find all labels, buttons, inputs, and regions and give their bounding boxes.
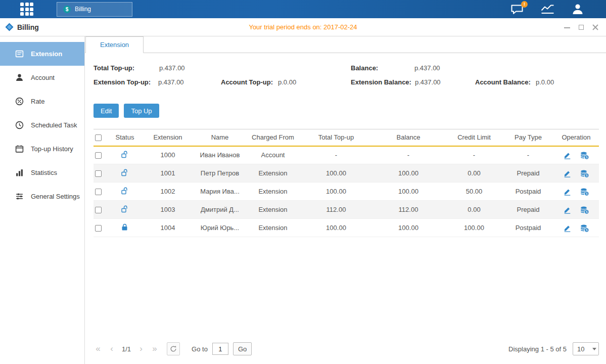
cell-name: Юрий Юрь... <box>195 219 245 237</box>
row-checkbox[interactable] <box>95 189 102 195</box>
cell-extension: 1002 <box>141 183 195 201</box>
table-row[interactable]: 1000 Иван Иванов Account - - - - $ <box>94 146 599 164</box>
field-label: Account Balance: <box>475 78 536 86</box>
pagination-info: Displaying 1 - 5 of 5 10 <box>508 342 599 355</box>
select-all-checkbox[interactable] <box>95 134 102 141</box>
table-row[interactable]: 1002 Мария Ива... Extension 100.00 100.0… <box>94 183 599 201</box>
cell-name: Петр Петров <box>195 164 245 183</box>
top-up-button[interactable]: Top Up <box>124 104 159 118</box>
edit-icon[interactable] <box>564 152 571 159</box>
sidebar-item-scheduled-task[interactable]: Scheduled Task <box>0 113 84 137</box>
topup-icon[interactable]: $ <box>580 224 589 232</box>
cell-extension: 1000 <box>141 146 195 164</box>
cell-name: Мария Ива... <box>195 183 245 201</box>
cell-total-topup: - <box>301 146 371 164</box>
notification-badge: ! <box>521 1 528 8</box>
cell-charged-from: Extension <box>245 164 301 183</box>
trial-notice: Your trial period ends on: 2017-02-24 <box>0 23 606 31</box>
action-buttons: Edit Top Up <box>85 93 606 118</box>
sidebar-item-general-settings[interactable]: General Settings <box>0 185 84 208</box>
field-label: Total Top-up: <box>94 64 159 72</box>
cell-extension: 1003 <box>141 201 195 219</box>
billing-app-tab[interactable]: $ Billing <box>57 2 132 17</box>
sidebar-item-extension[interactable]: Extension <box>0 42 84 66</box>
sidebar-item-rate[interactable]: Rate <box>0 89 84 113</box>
column-header-name: Name <box>195 129 245 146</box>
edit-icon[interactable] <box>564 170 571 177</box>
activity-chart-icon[interactable] <box>541 4 554 14</box>
cell-credit-limit: 100.00 <box>445 219 503 237</box>
sidebar-item-statistics[interactable]: Statistics <box>0 161 84 185</box>
close-icon[interactable] <box>592 24 599 31</box>
cell-credit-limit: 0.00 <box>445 164 503 183</box>
table-row[interactable]: 1001 Петр Петров Extension 100.00 100.00… <box>94 164 599 183</box>
column-header-total-topup: Total Top-up <box>301 129 371 146</box>
table-row[interactable]: 1003 Дмитрий Д... Extension 112.00 112.0… <box>94 201 599 219</box>
user-account-icon[interactable] <box>572 4 584 15</box>
topup-icon[interactable]: $ <box>580 188 589 196</box>
row-checkbox[interactable] <box>95 152 102 159</box>
topbar-right: ! <box>510 4 584 15</box>
topup-icon[interactable]: $ <box>580 206 589 214</box>
tab-extension[interactable]: Extension <box>85 36 144 53</box>
table-row[interactable]: 1004 Юрий Юрь... Extension 100.00 100.00… <box>94 219 599 237</box>
go-button[interactable]: Go <box>233 342 252 355</box>
notifications-icon[interactable]: ! <box>510 4 524 15</box>
cell-balance: - <box>371 146 445 164</box>
goto-page-input[interactable] <box>212 343 228 355</box>
cell-charged-from: Extension <box>245 183 301 201</box>
minimize-icon[interactable] <box>564 24 571 31</box>
app-tab-label: Billing <box>75 6 91 13</box>
cell-pay-type: Postpaid <box>503 219 553 237</box>
cell-extension: 1001 <box>141 164 195 183</box>
extension-balance-field: Extension Balance: p.437.00 <box>351 78 475 86</box>
edit-button[interactable]: Edit <box>94 104 119 118</box>
edit-icon[interactable] <box>564 224 571 232</box>
edit-icon[interactable] <box>564 206 571 214</box>
row-checkbox[interactable] <box>95 170 102 177</box>
sidebar-item-label: Extension <box>31 50 62 58</box>
unlocked-icon <box>121 151 128 158</box>
total-topup-field: Total Top-up: p.437.00 <box>94 64 221 72</box>
cell-total-topup: 100.00 <box>301 164 371 183</box>
topbar: $ Billing ! <box>0 0 606 18</box>
refresh-button[interactable] <box>167 342 180 355</box>
sidebar-item-label: Top-up History <box>31 145 73 153</box>
locked-icon <box>121 223 128 231</box>
sidebar-item-label: Scheduled Task <box>31 121 77 129</box>
cell-extension: 1004 <box>141 219 195 237</box>
topup-icon[interactable]: $ <box>580 170 589 177</box>
column-header-status: Status <box>109 129 141 146</box>
field-value: p.0.00 <box>278 78 296 86</box>
cell-pay-type: Postpaid <box>503 183 553 201</box>
field-label: Balance: <box>351 64 414 72</box>
first-page-icon[interactable]: « <box>94 344 103 354</box>
cell-name: Дмитрий Д... <box>195 201 245 219</box>
topup-icon[interactable]: $ <box>580 152 589 159</box>
account-icon <box>15 73 24 82</box>
edit-icon[interactable] <box>564 188 571 196</box>
calendar-icon <box>15 145 24 153</box>
refresh-icon <box>170 345 177 352</box>
column-header-credit-limit: Credit Limit <box>445 129 503 146</box>
field-label: Account Top-up: <box>221 78 278 86</box>
field-label: Extension Top-up: <box>94 78 158 86</box>
row-checkbox[interactable] <box>95 207 102 213</box>
next-page-icon[interactable]: › <box>136 344 146 354</box>
tabstrip: Extension <box>85 36 606 53</box>
main-content: Extension Total Top-up: p.437.00 Balance… <box>85 36 606 364</box>
maximize-icon[interactable] <box>578 24 585 31</box>
pagination-controls: « ‹ 1/1 › » Go to Go <box>94 342 252 355</box>
last-page-icon[interactable]: » <box>150 344 159 354</box>
sidebar-item-account[interactable]: Account <box>0 66 84 89</box>
page-size-select[interactable]: 10 <box>573 342 599 355</box>
prev-page-icon[interactable]: ‹ <box>107 344 116 354</box>
column-header-operation: Operation <box>553 129 599 146</box>
column-header-balance: Balance <box>371 129 445 146</box>
field-value: p.437.00 <box>159 64 185 72</box>
row-checkbox[interactable] <box>95 225 102 232</box>
account-topup-field: Account Top-up: p.0.00 <box>221 78 351 86</box>
app-grid-icon[interactable] <box>20 3 33 16</box>
column-header-extension: Extension <box>141 129 195 146</box>
sidebar-item-topup-history[interactable]: Top-up History <box>0 137 84 161</box>
